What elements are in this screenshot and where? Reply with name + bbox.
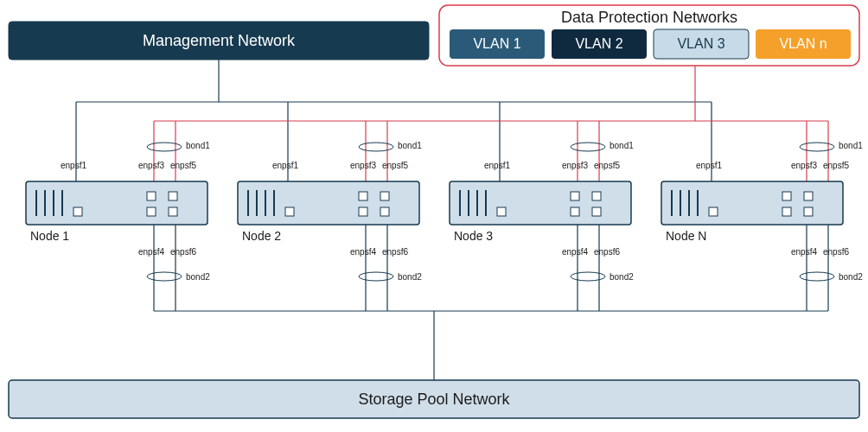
server-node: Node 2 <box>238 181 419 243</box>
svg-text:enpsf3: enpsf3 <box>562 161 588 170</box>
svg-rect-54 <box>169 207 177 216</box>
data-protection-title: Data Protection Networks <box>561 9 737 26</box>
svg-rect-81 <box>782 192 791 200</box>
svg-rect-84 <box>804 207 813 216</box>
storage-pool-box: Storage Pool Network <box>9 380 859 418</box>
svg-rect-53 <box>147 207 156 216</box>
bond2-label-node1: bond2 <box>186 272 210 282</box>
svg-text:enpsf5: enpsf5 <box>594 161 620 170</box>
svg-text:enpsf5: enpsf5 <box>170 161 196 170</box>
svg-rect-71 <box>571 192 579 200</box>
topology-diagram: Management Network Data Protection Netwo… <box>0 0 868 432</box>
svg-point-30 <box>800 143 834 151</box>
data-protection-trunk <box>147 66 834 192</box>
svg-rect-83 <box>782 207 791 216</box>
server-node: Node 1 <box>26 181 207 243</box>
svg-rect-74 <box>592 207 601 216</box>
vlan-2-chip: VLAN 2 <box>552 29 647 59</box>
svg-text:enpsf1: enpsf1 <box>61 161 86 170</box>
server-node: Node 3 <box>450 181 631 243</box>
svg-text:enpsf3: enpsf3 <box>350 161 376 170</box>
svg-rect-72 <box>592 192 601 200</box>
svg-rect-50 <box>73 207 82 216</box>
svg-rect-73 <box>571 207 579 216</box>
bond2-label-noden: bond2 <box>839 272 863 282</box>
svg-rect-70 <box>497 207 506 216</box>
svg-text:enpsf1: enpsf1 <box>272 161 298 170</box>
storage-trunk <box>147 221 834 380</box>
svg-point-36 <box>359 272 393 281</box>
svg-text:enpsf6: enpsf6 <box>823 247 849 257</box>
bond1-label-node2: bond1 <box>398 141 422 150</box>
vlan-n-chip: VLAN n <box>756 29 851 59</box>
bond1-label-noden: bond1 <box>839 141 863 150</box>
svg-text:enpsf6: enpsf6 <box>594 247 620 257</box>
data-protection-frame: Data Protection Networks VLAN 1 VLAN 2 V… <box>439 5 859 66</box>
node-label: Node 1 <box>30 229 69 243</box>
svg-point-33 <box>147 272 182 281</box>
svg-text:enpsf1: enpsf1 <box>696 161 722 170</box>
storage-pool-label: Storage Pool Network <box>358 391 510 408</box>
svg-text:VLAN 2: VLAN 2 <box>575 36 622 51</box>
svg-point-42 <box>800 272 834 281</box>
svg-text:VLAN 3: VLAN 3 <box>677 36 724 51</box>
svg-point-24 <box>359 143 393 151</box>
svg-text:enpsf6: enpsf6 <box>382 247 408 257</box>
bond2-label-node3: bond2 <box>610 272 634 282</box>
svg-rect-52 <box>169 192 177 200</box>
server-node: Node N <box>661 181 843 243</box>
svg-rect-60 <box>285 207 294 216</box>
node-label: Node N <box>666 229 706 243</box>
vlan-3-chip: VLAN 3 <box>654 29 749 59</box>
svg-rect-80 <box>709 207 718 216</box>
svg-text:enpsf4: enpsf4 <box>791 247 817 257</box>
svg-rect-82 <box>804 192 813 200</box>
svg-rect-64 <box>380 207 389 216</box>
management-network-label: Management Network <box>143 32 296 49</box>
node-label: Node 3 <box>454 229 493 243</box>
svg-text:VLAN n: VLAN n <box>779 36 827 51</box>
svg-point-39 <box>571 272 605 281</box>
bond1-label-node1: bond1 <box>186 141 210 150</box>
svg-text:VLAN 1: VLAN 1 <box>473 36 520 51</box>
svg-text:enpsf6: enpsf6 <box>170 247 196 257</box>
node-label: Node 2 <box>242 229 281 243</box>
svg-text:enpsf4: enpsf4 <box>350 247 376 257</box>
svg-rect-61 <box>359 192 367 200</box>
svg-point-27 <box>571 143 605 151</box>
nodes-group: Node 1Node 2Node 3Node N <box>26 181 843 243</box>
svg-rect-63 <box>359 207 367 216</box>
svg-rect-62 <box>380 192 389 200</box>
svg-text:enpsf4: enpsf4 <box>562 247 588 257</box>
bond2-label-node2: bond2 <box>398 272 422 282</box>
svg-rect-51 <box>147 192 156 200</box>
vlan-1-chip: VLAN 1 <box>450 29 545 59</box>
svg-text:enpsf3: enpsf3 <box>138 161 164 170</box>
svg-text:enpsf3: enpsf3 <box>791 161 817 170</box>
bond1-label-node3: bond1 <box>610 141 634 150</box>
management-network-box: Management Network <box>9 22 429 60</box>
svg-text:enpsf5: enpsf5 <box>823 161 849 170</box>
svg-text:enpsf4: enpsf4 <box>138 247 164 257</box>
svg-text:enpsf1: enpsf1 <box>484 161 510 170</box>
svg-point-21 <box>147 143 182 151</box>
svg-text:enpsf5: enpsf5 <box>382 161 408 170</box>
management-trunk <box>76 60 712 192</box>
